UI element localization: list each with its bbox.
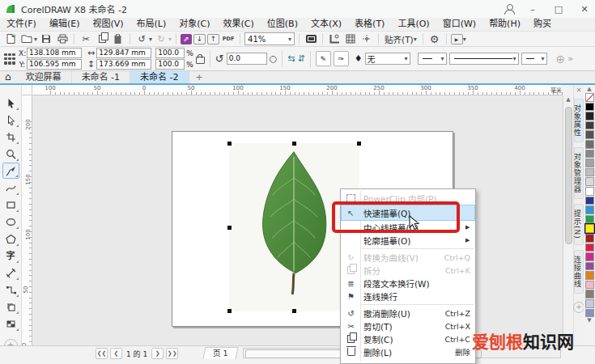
next-page-button[interactable]: ❯ <box>151 348 164 359</box>
save-button[interactable] <box>39 32 53 45</box>
menu-item-3[interactable]: 布局(L) <box>130 18 173 31</box>
palette-swatch-3[interactable] <box>585 121 594 130</box>
line-style-select[interactable]: ▾ <box>449 53 519 65</box>
palette-swatch-18[interactable] <box>585 262 594 271</box>
selection-handle[interactable] <box>292 309 296 313</box>
zoom-level-select[interactable]: 41% ▾ <box>244 32 295 45</box>
show-rulers-button[interactable] <box>327 32 342 45</box>
doc-tab-welcome-screen[interactable]: 欢迎屏幕 <box>16 71 72 83</box>
context-menu-item-copy[interactable]: 复制(C)Ctrl+C <box>341 332 475 345</box>
text-tool[interactable]: 字 <box>2 248 19 264</box>
menu-item-12[interactable]: 购买 <box>527 18 558 31</box>
dimension-tool[interactable] <box>2 265 19 281</box>
rectangle-tool[interactable] <box>2 197 19 213</box>
redo-button[interactable]: ↻ <box>154 32 168 45</box>
previous-page-button[interactable]: ❮ <box>110 348 122 359</box>
context-menu-item-break-apart[interactable]: 拆分Ctrl+K <box>341 264 475 277</box>
docker-tab-hints[interactable]: 提示(N) <box>574 204 584 245</box>
crop-tool[interactable] <box>2 129 19 145</box>
fullscreen-preview-button[interactable] <box>304 32 318 45</box>
palette-swatch-5[interactable] <box>585 140 594 149</box>
edit-bitmap-button[interactable]: ✑ <box>334 51 349 66</box>
zoom-tool[interactable] <box>2 146 19 162</box>
search-content-icon[interactable]: ⇗ <box>181 34 192 44</box>
palette-swatch-6[interactable] <box>585 150 594 159</box>
publish-pdf-button[interactable]: PDF <box>221 32 236 45</box>
palette-swatch-17[interactable] <box>585 252 594 261</box>
docker-tab-object-properties[interactable]: 对象属性 <box>574 99 584 142</box>
connector-tool[interactable] <box>2 281 19 298</box>
add-preset-button[interactable]: ⊕ <box>556 53 566 66</box>
rotation-angle-field[interactable]: 0.0 <box>227 53 267 65</box>
options-gear-icon[interactable]: ⚙ <box>427 32 442 45</box>
pattern-fill-tool[interactable] <box>2 315 19 332</box>
menu-item-1[interactable]: 编辑(E) <box>43 18 87 31</box>
bspline-tool[interactable] <box>2 180 19 196</box>
import-button[interactable]: ↓ <box>193 34 206 44</box>
shape-tool[interactable] <box>2 112 19 128</box>
docker-tab-object-manager[interactable]: 对象管理器 <box>574 147 584 199</box>
menu-item-4[interactable]: 对象(C) <box>172 18 216 31</box>
palette-swatch-16[interactable] <box>585 243 594 252</box>
menu-item-0[interactable]: 文件(F) <box>0 18 43 31</box>
selection-handle[interactable] <box>227 142 232 146</box>
y-position-field[interactable]: 106.595 mm <box>27 59 82 70</box>
new-tab-button[interactable]: + <box>189 71 210 83</box>
drop-shadow-tool[interactable] <box>2 298 19 315</box>
docker-tab-join-curves[interactable]: 连接曲线 <box>574 250 584 294</box>
outline-width-select[interactable]: 无 ▾ <box>365 53 410 65</box>
new-document-button[interactable]: + <box>3 32 18 45</box>
cut-button[interactable]: ✂ <box>79 32 93 45</box>
doc-tab-untitled-1[interactable]: 未命名 -1 <box>72 71 130 83</box>
menu-item-8[interactable]: 表格(T) <box>348 18 391 31</box>
ellipse-tool[interactable] <box>2 214 19 230</box>
palette-scroll-up-icon[interactable]: ▲ <box>587 86 591 92</box>
open-caret-icon[interactable]: ▾ <box>34 36 37 43</box>
line-end-select[interactable]: ▾ <box>521 53 547 65</box>
undo-caret-icon[interactable]: ▾ <box>149 36 152 43</box>
show-grid-button[interactable] <box>343 32 358 45</box>
palette-swatch-21[interactable] <box>585 290 594 298</box>
context-menu-item-outline-trace[interactable]: 轮廓描摹(O)▶ <box>341 234 475 247</box>
maximize-button[interactable]: □ <box>551 4 566 15</box>
palette-swatch-9[interactable] <box>585 177 594 186</box>
menu-item-11[interactable]: 帮助(H) <box>482 18 527 31</box>
palette-swatch-20[interactable] <box>585 281 594 290</box>
selection-handle[interactable] <box>357 142 361 146</box>
x-position-field[interactable]: 138.108 mm <box>27 48 82 58</box>
close-button[interactable]: ✕ <box>577 4 592 15</box>
copy-button[interactable] <box>95 32 109 45</box>
docker-add-button[interactable]: + <box>573 302 584 313</box>
undo-button[interactable]: ↺ <box>134 32 149 45</box>
selection-handle[interactable] <box>227 309 232 313</box>
launch-button[interactable]: ▶ <box>451 34 463 44</box>
context-menu-item-undo-delete[interactable]: ↺撤消删除(U)Ctrl+Z <box>341 307 475 320</box>
menu-item-7[interactable]: 文本(X) <box>304 18 348 31</box>
palette-swatch-10[interactable] <box>585 187 594 196</box>
palette-swatch-14[interactable] <box>585 224 594 233</box>
welcome-home-icon[interactable]: ⌂ <box>0 71 16 83</box>
mirror-horizontal-button[interactable]: ⇆ <box>287 53 295 64</box>
menu-item-10[interactable]: 窗口(W) <box>436 18 482 31</box>
palette-swatch-23[interactable] <box>585 309 594 318</box>
first-page-button[interactable]: ❮❮ <box>96 348 108 359</box>
palette-swatch-11[interactable] <box>585 197 594 205</box>
palette-no-fill-swatch[interactable] <box>585 93 594 102</box>
polygon-tool[interactable] <box>2 231 19 247</box>
palette-swatch-2[interactable] <box>585 112 594 121</box>
print-button[interactable] <box>55 32 70 45</box>
redo-caret-icon[interactable]: ▾ <box>168 36 172 43</box>
docker-close-icon[interactable]: ✕ <box>576 87 582 94</box>
minimize-button[interactable]: – <box>525 4 540 15</box>
context-menu-item-delete[interactable]: 删除(L)删除 <box>341 345 475 358</box>
menu-item-9[interactable]: 工具(O) <box>391 18 436 31</box>
last-page-button[interactable]: ❯❯ <box>166 348 178 359</box>
context-menu-item-connector-wrap[interactable]: ⚑连线换行 <box>341 290 475 303</box>
palette-swatch-1[interactable] <box>585 103 594 112</box>
trace-bitmap-button[interactable]: ✎ <box>316 51 331 66</box>
palette-scroll-down-icon[interactable]: ▼ <box>587 317 591 324</box>
freehand-tool[interactable] <box>2 163 19 179</box>
scale-y-field[interactable]: 100.0 <box>155 59 185 70</box>
mirror-vertical-button[interactable]: ⇵ <box>298 53 305 64</box>
object-height-field[interactable]: 173.669 mm <box>96 59 151 70</box>
